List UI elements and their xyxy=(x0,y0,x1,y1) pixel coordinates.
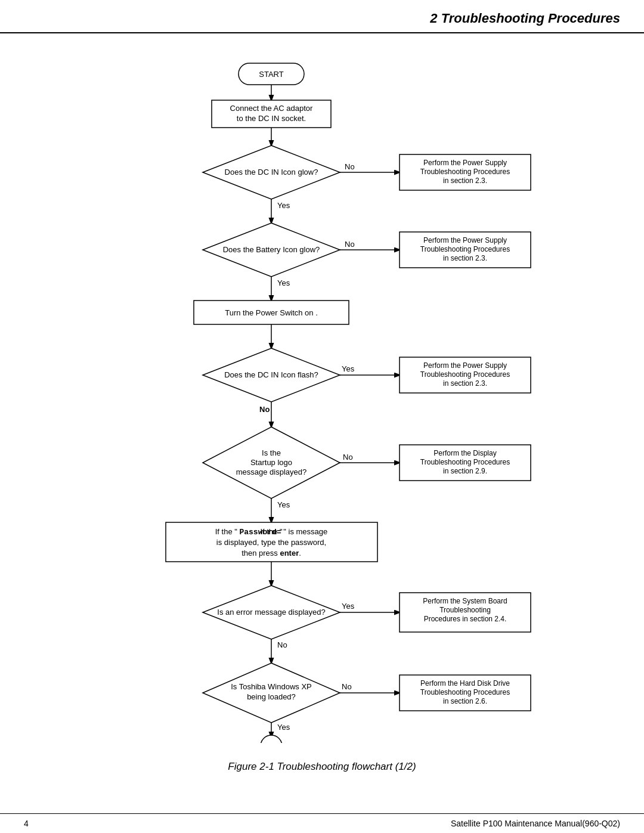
start-label: START xyxy=(259,70,283,79)
page-footer: 4 Satellite P100 Maintenance Manual(960-… xyxy=(0,813,644,833)
flash-yes-label: Yes xyxy=(342,364,355,373)
battery-icon-glow-label: Does the Battery Icon glow? xyxy=(223,245,320,254)
windows-xp-line2: being loaded? xyxy=(247,692,296,701)
remedy5-line2: Troubleshooting xyxy=(439,606,491,614)
footer-document-title: Satellite P100 Maintenance Manual(960-Q0… xyxy=(451,819,620,828)
figure-caption: Figure 2-1 Troubleshooting flowchart (1/… xyxy=(228,761,416,773)
page-title: 2 Troubleshooting Procedures xyxy=(24,11,620,26)
remedy2-line3: in section 2.3. xyxy=(443,254,487,262)
remedy6-line1: Perform the Hard Disk Drive xyxy=(420,679,510,688)
connect-ac-label2: to the DC IN socket. xyxy=(237,114,306,123)
remedy1-line3: in section 2.3. xyxy=(443,176,487,185)
page-header: 2 Troubleshooting Procedures xyxy=(0,0,644,33)
connect-ac-label: Connect the AC adaptor xyxy=(230,104,313,113)
remedy5-line1: Perform the System Board xyxy=(423,597,507,605)
remedy4-line3: in section 2.9. xyxy=(443,467,487,475)
startup-logo-line1: Is the xyxy=(262,448,281,457)
footer-page-number: 4 xyxy=(24,819,29,828)
remedy1-line2: Troubleshooting Procedures xyxy=(420,168,510,176)
remedy6-line3: in section 2.6. xyxy=(443,697,487,705)
startup-no-label: No xyxy=(343,453,353,462)
remedy5-line3: Procedures in section 2.4. xyxy=(424,615,507,623)
remedy3-line2: Troubleshooting Procedures xyxy=(420,370,510,379)
power-switch-label: Turn the Power Switch on . xyxy=(225,308,318,317)
main-content: START Connect the AC adaptor to the DC I… xyxy=(0,33,644,815)
dc-no-label: No xyxy=(345,162,355,171)
remedy2-line2: Troubleshooting Procedures xyxy=(420,245,510,253)
remedy3-line1: Perform the Power Supply xyxy=(423,361,507,370)
error-yes-label: Yes xyxy=(342,602,355,611)
bat-no-label: No xyxy=(345,240,355,249)
windows-xp-line1: Is Toshiba Windows XP xyxy=(231,682,312,691)
dc-yes-label: Yes xyxy=(277,201,290,210)
remedy1-line1: Perform the Power Supply xyxy=(423,159,507,167)
flowchart-area: START Connect the AC adaptor to the DC I… xyxy=(36,57,608,779)
flash-no-label: No xyxy=(259,405,270,414)
password-label-inline: If the " Password= " is message xyxy=(215,527,328,537)
flowchart-svg: START Connect the AC adaptor to the DC I… xyxy=(66,57,578,743)
password-line3: then press enter. xyxy=(242,549,301,558)
page: 2 Troubleshooting Procedures START Conne… xyxy=(0,0,644,833)
startup-logo-line2: Startup logo xyxy=(250,458,292,467)
xp-yes-label: Yes xyxy=(277,723,290,732)
remedy2-line1: Perform the Power Supply xyxy=(423,236,507,244)
circle-1-label: 1 xyxy=(269,741,274,743)
remedy6-line2: Troubleshooting Procedures xyxy=(420,688,510,696)
remedy4-line1: Perform the Display xyxy=(434,449,496,457)
password-line2: is displayed, type the password, xyxy=(216,538,326,547)
bat-yes-label: Yes xyxy=(277,278,290,287)
startup-yes-label: Yes xyxy=(277,500,290,509)
xp-no-label: No xyxy=(342,682,352,691)
dc-flash-label: Does the DC IN Icon flash? xyxy=(224,370,318,379)
remedy4-line2: Troubleshooting Procedures xyxy=(420,458,510,466)
startup-logo-line3: message displayed? xyxy=(236,467,307,476)
remedy3-line3: in section 2.3. xyxy=(443,379,487,388)
error-msg-label: Is an error message displayed? xyxy=(217,608,325,617)
error-no-label: No xyxy=(277,640,287,649)
dc-icon-glow-label: Does the DC IN Icon glow? xyxy=(225,168,318,176)
